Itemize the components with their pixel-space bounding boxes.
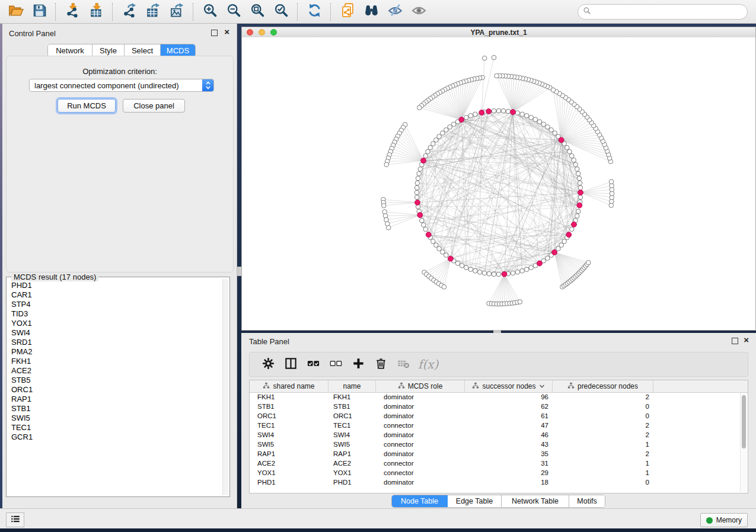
result-item[interactable]: FKH1 (11, 357, 219, 366)
export-network-button[interactable] (117, 2, 141, 21)
delete-column-button[interactable] (369, 354, 392, 374)
table-row[interactable]: ACE2ACE2connector311 (250, 459, 741, 468)
result-item[interactable]: STP4 (11, 300, 219, 309)
float-window-icon[interactable] (732, 338, 738, 344)
save-session-button[interactable] (27, 2, 51, 21)
refresh-button[interactable] (302, 2, 326, 21)
column-header-predecessor-nodes[interactable]: predecessor nodes (553, 380, 653, 392)
criterion-select[interactable]: largest connected component (undirected) (29, 79, 214, 92)
network-window-titlebar[interactable]: YPA_prune.txt_1 (242, 27, 755, 38)
table-scrollbar-thumb[interactable] (742, 395, 746, 448)
ring-node (464, 265, 469, 270)
memory-button[interactable]: Memory (700, 513, 748, 527)
zoom-fit-button[interactable] (245, 2, 269, 21)
table-row[interactable]: YOX1YOX1connector291 (250, 468, 741, 477)
table-row[interactable]: RAP1RAP1dominator352 (250, 449, 741, 459)
hide-details-button[interactable] (383, 2, 407, 21)
float-window-icon[interactable] (211, 30, 218, 36)
import-network-button[interactable] (60, 2, 84, 21)
network-canvas[interactable] (242, 37, 755, 330)
result-item[interactable]: TEC1 (11, 423, 219, 432)
table-row[interactable]: ORC1ORC1dominator610 (250, 411, 741, 421)
zoom-in-button[interactable] (198, 2, 222, 21)
zoom-out-button[interactable] (222, 2, 245, 21)
table-cell: PHD1 (250, 479, 328, 486)
zoom-fit-icon (250, 2, 266, 21)
table-row[interactable]: PHD1PHD1dominator180 (250, 477, 741, 487)
column-header-successor-nodes[interactable]: successor nodes (465, 380, 553, 392)
table-toolbar: f(x) (249, 352, 748, 377)
task-history-button[interactable] (6, 512, 24, 527)
mcds-hub-node (502, 271, 507, 277)
run-mcds-button[interactable]: Run MCDS (58, 99, 116, 113)
result-item[interactable]: PMA2 (11, 347, 219, 357)
table-row[interactable]: SWI5SWI5connector431 (250, 440, 741, 449)
column-header-name[interactable]: name (328, 380, 376, 392)
result-item[interactable]: RAP1 (11, 395, 219, 404)
result-item[interactable]: GCR1 (11, 432, 219, 442)
column-header-shared-name[interactable]: shared name (250, 380, 328, 392)
export-image-button[interactable] (165, 2, 189, 21)
tab-network-table[interactable]: Network Table (502, 495, 569, 507)
table-cell: 2 (553, 422, 653, 429)
tab-network[interactable]: Network (48, 44, 92, 57)
export-to-web-button[interactable] (336, 2, 359, 21)
table-cell: 96 (465, 393, 553, 400)
zoom-in-icon (202, 2, 218, 21)
result-item[interactable]: PHD1 (11, 281, 219, 290)
tab-edge-table[interactable]: Edge Table (448, 495, 502, 507)
result-item[interactable]: ORC1 (11, 385, 219, 395)
ring-node (529, 116, 534, 120)
tab-mcds[interactable]: MCDS (161, 44, 195, 57)
tab-select[interactable]: Select (125, 44, 161, 57)
ring-node (434, 138, 439, 143)
table-cell: dominator (376, 403, 465, 410)
table-cell: 1 (553, 460, 653, 467)
table-cell: ORC1 (250, 412, 328, 419)
table-row[interactable]: TEC1TEC1connector472 (250, 421, 741, 430)
main-toolbar (0, 0, 756, 24)
import-table-button[interactable] (84, 2, 108, 21)
table-row[interactable]: FKH1FKH1dominator962 (250, 392, 741, 402)
search-input[interactable] (594, 7, 742, 17)
result-item[interactable]: CAR1 (11, 290, 219, 300)
result-item[interactable]: STB5 (11, 376, 219, 385)
tab-node-table[interactable]: Node Table (392, 495, 448, 507)
deselect-all-button[interactable] (324, 354, 347, 374)
delete-table-button[interactable] (392, 354, 414, 374)
ring-node (562, 239, 567, 244)
table-row[interactable]: STB1STB1dominator620 (250, 402, 741, 411)
export-table-button[interactable] (141, 2, 165, 21)
table-options-button[interactable] (257, 354, 279, 374)
result-list-scrollbar[interactable] (222, 279, 228, 495)
column-header-MCDS-role[interactable]: MCDS role (376, 380, 465, 392)
ring-node (576, 171, 581, 176)
select-all-button[interactable] (302, 354, 324, 374)
column-header-label: MCDS role (408, 382, 443, 390)
table-cell: 0 (553, 479, 653, 486)
result-item[interactable]: SRD1 (11, 338, 219, 347)
result-item[interactable]: SWI5 (11, 414, 219, 423)
zoom-selected-button[interactable] (269, 2, 293, 21)
tab-motifs[interactable]: Motifs (569, 495, 605, 507)
close-icon[interactable]: × (224, 29, 229, 35)
mcds-hub-node (459, 117, 464, 123)
result-item[interactable]: YOX1 (11, 319, 219, 328)
tab-style[interactable]: Style (92, 44, 125, 57)
function-builder-button[interactable]: f(x) (418, 357, 438, 371)
show-columns-button[interactable] (279, 354, 302, 374)
table-scrollbar[interactable] (740, 393, 747, 492)
result-item[interactable]: SWI4 (11, 328, 219, 338)
result-item[interactable]: STB1 (11, 404, 219, 414)
open-file-button[interactable] (4, 2, 27, 21)
search-network-button[interactable] (359, 2, 383, 21)
table-row[interactable]: SWI4SWI4dominator462 (250, 430, 741, 440)
close-icon[interactable]: × (744, 337, 749, 343)
result-item[interactable]: ACE2 (11, 366, 219, 376)
table-cell: SWI5 (250, 441, 328, 448)
ring-node (431, 239, 436, 244)
result-item[interactable]: TID3 (11, 309, 219, 319)
add-column-button[interactable] (347, 354, 369, 374)
show-details-button[interactable] (407, 2, 430, 21)
close-panel-button[interactable]: Close panel (123, 99, 185, 113)
